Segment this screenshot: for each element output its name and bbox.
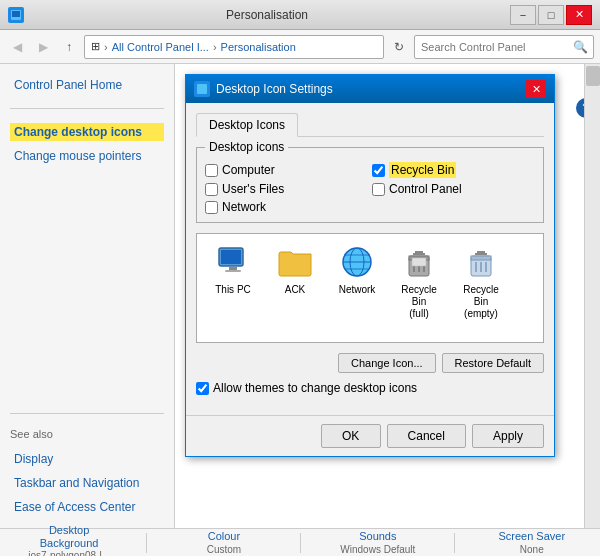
bottom-item-screen-saver[interactable]: Screen Saver None (492, 530, 572, 554)
address-bar: ◀ ▶ ↑ ⊞ › All Control Panel I... › Perso… (0, 30, 600, 64)
breadcrumb-current[interactable]: Personalisation (221, 41, 296, 53)
breadcrumb-cp[interactable]: All Control Panel I... (112, 41, 209, 53)
icon-ack[interactable]: ACK (269, 244, 321, 320)
recycle-full-label: Recycle Bin(full) (393, 284, 445, 320)
sidebar-divider-1 (10, 108, 164, 109)
group-title: Desktop icons (205, 140, 288, 154)
back-button[interactable]: ◀ (6, 36, 28, 58)
recycle-full-icon (401, 244, 437, 280)
checkbox-users-files-label: User's Files (222, 182, 284, 196)
modal-title: Desktop Icon Settings (216, 82, 526, 96)
restore-default-button[interactable]: Restore Default (442, 353, 544, 373)
path-separator-1: › (104, 41, 108, 53)
svg-rect-21 (471, 256, 491, 260)
checkbox-network-label: Network (222, 200, 266, 214)
bottom-item-sounds[interactable]: Sounds Windows Default (338, 530, 418, 554)
checkbox-network: Network (205, 200, 368, 214)
modal-icon (194, 81, 210, 97)
checkbox-network-input[interactable] (205, 201, 218, 214)
sidebar-item-display[interactable]: Display (10, 450, 164, 468)
recycle-empty-icon (463, 244, 499, 280)
search-input[interactable] (414, 35, 594, 59)
maximize-button[interactable]: □ (538, 5, 564, 25)
modal-title-bar: Desktop Icon Settings ✕ (186, 75, 554, 103)
sidebar: Control Panel Home Change desktop icons … (0, 64, 175, 528)
checkbox-recycle-bin: Recycle Bin (372, 162, 535, 178)
recycle-empty-label: Recycle Bin(empty) (455, 284, 507, 320)
window-title: Personalisation (24, 8, 510, 22)
bottom-sounds-label: Sounds (359, 530, 396, 543)
main-area: Control Panel Home Change desktop icons … (0, 64, 600, 528)
bottom-divider-1 (146, 533, 147, 553)
icon-action-buttons: Change Icon... Restore Default (196, 353, 544, 373)
checkbox-computer: Computer (205, 162, 368, 178)
checkboxes-grid: Computer Recycle Bin User's Files (205, 162, 535, 214)
path-separator-2: › (213, 41, 217, 53)
checkbox-computer-label: Computer (222, 163, 275, 177)
network-icon (339, 244, 375, 280)
bottom-divider-2 (300, 533, 301, 553)
cancel-button[interactable]: Cancel (387, 424, 466, 448)
bottom-screen-saver-sub: None (520, 544, 544, 555)
content-area: ? Desktop Icon Settings ✕ (175, 64, 600, 528)
search-wrap: 🔍 (414, 35, 594, 59)
close-button[interactable]: ✕ (566, 5, 592, 25)
allow-themes-label: Allow themes to change desktop icons (213, 381, 417, 395)
bottom-colour-sub: Custom (207, 544, 241, 555)
title-bar: Personalisation − □ ✕ (0, 0, 600, 30)
window-controls: − □ ✕ (510, 5, 592, 25)
see-also-title: See also (10, 428, 164, 440)
this-pc-label: This PC (215, 284, 251, 296)
apply-button[interactable]: Apply (472, 424, 544, 448)
forward-button[interactable]: ▶ (32, 36, 54, 58)
sidebar-item-change-desktop-icons[interactable]: Change desktop icons (10, 123, 164, 141)
icons-grid: This PC ACK (207, 244, 533, 320)
allow-themes-row: Allow themes to change desktop icons (196, 381, 544, 395)
ok-button[interactable]: OK (321, 424, 381, 448)
desktop-icons-group: Desktop icons Computer Recycle Bin (196, 147, 544, 223)
bottom-item-desktop-bg[interactable]: DesktopBackground ios7-polygon08-l... (28, 524, 110, 556)
svg-rect-5 (229, 267, 237, 270)
checkbox-users-files-input[interactable] (205, 183, 218, 196)
icons-grid-box: This PC ACK (196, 233, 544, 343)
modal-close-button[interactable]: ✕ (526, 80, 546, 98)
modal-body: Desktop Icons Desktop icons Computer (186, 103, 554, 415)
checkbox-control-panel-input[interactable] (372, 183, 385, 196)
svg-rect-19 (412, 258, 426, 266)
sidebar-item-taskbar[interactable]: Taskbar and Navigation (10, 474, 164, 492)
icon-network[interactable]: Network (331, 244, 383, 320)
window-icon (8, 7, 24, 23)
checkbox-recycle-bin-label: Recycle Bin (389, 162, 456, 178)
address-path[interactable]: ⊞ › All Control Panel I... › Personalisa… (84, 35, 384, 59)
tab-desktop-icons[interactable]: Desktop Icons (196, 113, 298, 137)
ack-icon (277, 244, 313, 280)
desktop-icon-settings-dialog: Desktop Icon Settings ✕ Desktop Icons De… (185, 74, 555, 457)
svg-rect-6 (225, 270, 241, 272)
checkbox-recycle-bin-input[interactable] (372, 164, 385, 177)
allow-themes-checkbox[interactable] (196, 382, 209, 395)
minimize-button[interactable]: − (510, 5, 536, 25)
bottom-sounds-sub: Windows Default (340, 544, 415, 555)
sidebar-item-home[interactable]: Control Panel Home (10, 76, 164, 94)
refresh-button[interactable]: ↻ (388, 36, 410, 58)
sidebar-item-ease[interactable]: Ease of Access Center (10, 498, 164, 516)
sidebar-item-change-mouse-pointers[interactable]: Change mouse pointers (10, 147, 164, 165)
up-button[interactable]: ↑ (58, 36, 80, 58)
icon-this-pc[interactable]: This PC (207, 244, 259, 320)
checkbox-users-files: User's Files (205, 182, 368, 196)
bottom-bar: DesktopBackground ios7-polygon08-l... Co… (0, 528, 600, 556)
dialog-footer: OK Cancel Apply (186, 415, 554, 456)
bottom-item-colour[interactable]: Colour Custom (184, 530, 264, 554)
icon-recycle-full[interactable]: Recycle Bin(full) (393, 244, 445, 320)
change-icon-button[interactable]: Change Icon... (338, 353, 436, 373)
svg-rect-4 (221, 250, 241, 264)
icon-recycle-empty[interactable]: Recycle Bin(empty) (455, 244, 507, 320)
bottom-screen-saver-label: Screen Saver (498, 530, 565, 543)
checkbox-control-panel: Control Panel (372, 182, 535, 196)
checkbox-computer-input[interactable] (205, 164, 218, 177)
bottom-colour-label: Colour (208, 530, 240, 543)
bottom-divider-3 (454, 533, 455, 553)
tabs: Desktop Icons (196, 113, 544, 137)
this-pc-icon (215, 244, 251, 280)
bottom-desktop-bg-sub: ios7-polygon08-l... (28, 550, 110, 556)
